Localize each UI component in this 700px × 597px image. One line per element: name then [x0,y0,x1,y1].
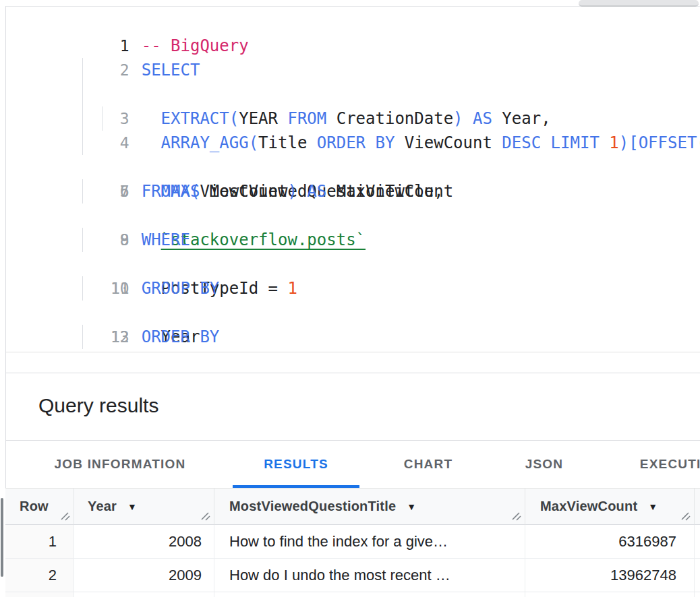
indent-guide [82,131,83,155]
table-row: 1 2008 How to find the index for a give…… [5,525,700,559]
indent-guide [82,325,83,349]
code-line[interactable]: 7FROM [6,155,700,179]
code-line[interactable]: 10 PostTypeId = 1 [6,228,700,252]
indent-guide [82,276,83,301]
indent-guide [82,179,83,203]
code-line[interactable]: 12 Year [6,276,700,301]
sql-editor[interactable]: 1-- BigQuery 2SELECT 3 EXTRACT(YEAR FROM… [6,7,700,352]
indent-guide [82,228,83,252]
code-line[interactable]: 9WHERE [6,203,700,228]
tab-job-information[interactable]: JOB INFORMATION [26,441,214,488]
code-line[interactable]: 6 MAX(ViewCount) AS MaxViewCount [6,131,700,155]
column-header-row[interactable]: Row [5,489,74,525]
sort-caret-icon[interactable]: ▼ [648,502,658,511]
tab-results[interactable]: RESULTS [233,441,359,488]
code-line[interactable]: 11GROUP BY [6,252,700,276]
code-line[interactable]: 14 Year ASC [6,325,700,349]
sort-caret-icon[interactable]: ▼ [127,502,137,511]
tab-chart[interactable]: CHART [374,441,482,488]
column-resize-handle-icon[interactable] [680,511,691,521]
column-resize-handle-icon[interactable] [200,511,210,521]
column-resize-handle-icon[interactable] [511,511,521,521]
cell-year: 2009 [74,559,214,592]
column-label: MostViewedQuestionTitle [229,499,396,514]
cell-spacer [695,525,700,559]
query-results-title: Query results [38,394,158,417]
table-row-partial [5,592,700,597]
code-line[interactable]: 8 `stackoverflow.posts` [6,179,700,203]
cell-row-number: 1 [5,525,74,559]
cell-max-view-count: 6316987 [525,525,695,559]
cell-row-number [5,592,74,597]
column-label: Year [88,499,117,514]
cell-max-view-count [525,592,695,597]
column-label: Row [20,499,49,514]
results-vertical-scrollbar[interactable] [1,498,3,577]
cell-spacer [695,559,700,592]
cell-year [74,592,214,597]
code-line[interactable]: 1-- BigQuery [6,9,700,34]
code-line[interactable]: 2SELECT [6,34,700,58]
column-header-year[interactable]: Year ▼ [74,489,214,525]
indent-guide [82,82,83,106]
indent-guide [82,58,83,82]
cell-spacer [695,592,700,597]
indent-guide [82,106,83,131]
cell-row-number: 2 [5,559,74,592]
tab-execution-details[interactable]: EXECUTION DETAILS [612,441,700,488]
column-label: MaxViewCount [540,499,637,514]
column-header-mostviewedquestiontitle[interactable]: MostViewedQuestionTitle ▼ [214,489,525,525]
sort-caret-icon[interactable]: ▼ [407,502,416,511]
column-header-maxviewcount[interactable]: MaxViewCount ▼ [525,489,695,525]
section-divider [5,373,700,373]
cell-year: 2008 [74,525,214,559]
table-row: 2 2009 How do I undo the most recent … 1… [5,559,700,592]
horizontal-scrollbar[interactable] [579,0,699,7]
code-line[interactable]: 3 EXTRACT(YEAR FROM CreationDate) AS Yea… [6,58,700,82]
tab-json[interactable]: JSON [484,441,605,488]
code-line[interactable]: 5 AS MostViewedQuestionTitle, [6,106,700,131]
indent-guide [102,106,103,131]
code-line[interactable]: 13ORDER BY [6,301,700,325]
cell-title: How to find the index for a give… [214,525,525,559]
code-line[interactable]: 4 ARRAY_AGG(Title ORDER BY ViewCount DES… [6,82,700,106]
results-table: Row Year ▼ MostViewedQuestionTitle ▼ Max… [5,489,700,597]
column-resize-handle-icon[interactable] [60,511,70,521]
cell-max-view-count: 13962748 [525,559,695,592]
cell-title [214,592,525,597]
column-header-spacer [695,489,700,525]
bigquery-console: 1-- BigQuery 2SELECT 3 EXTRACT(YEAR FROM… [0,0,700,597]
results-tab-bar: JOB INFORMATION RESULTS CHART JSON EXECU… [5,441,700,489]
cell-title: How do I undo the most recent … [214,559,525,592]
table-header-row: Row Year ▼ MostViewedQuestionTitle ▼ Max… [5,489,700,525]
